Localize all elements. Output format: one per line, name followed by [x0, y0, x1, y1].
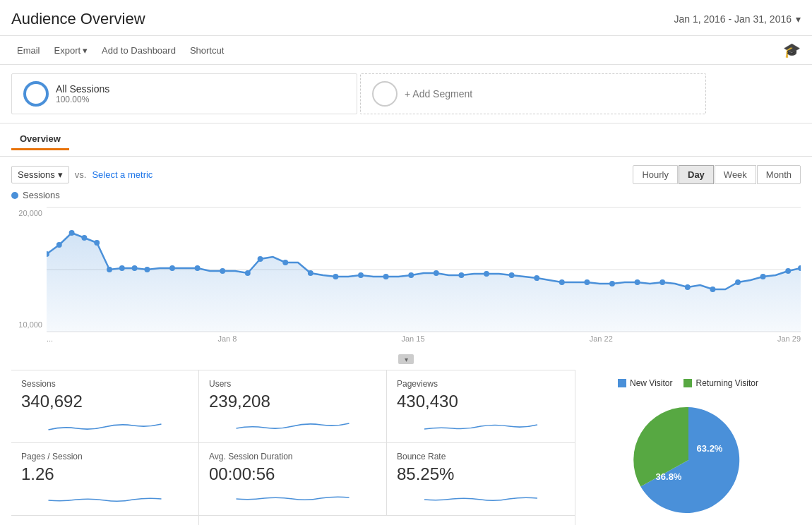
- svg-point-24: [458, 272, 464, 278]
- add-to-dashboard-button[interactable]: Add to Dashboard: [96, 42, 181, 59]
- metric-bounce-rate: Bounce Rate 85.25%: [387, 443, 575, 516]
- add-segment-button[interactable]: + Add Segment: [360, 73, 706, 114]
- metric-new-sessions: % New Sessions 63.17%: [11, 516, 199, 525]
- time-btn-week[interactable]: Week: [715, 165, 756, 184]
- metric-users-sparkline: [209, 416, 376, 437]
- svg-point-31: [635, 279, 640, 285]
- tab-overview[interactable]: Overview: [11, 129, 69, 150]
- segment-percentage: 100.00%: [56, 95, 109, 104]
- active-segment: All Sessions 100.00%: [11, 73, 357, 114]
- pie-chart: 63.2% 36.8%: [618, 397, 759, 524]
- svg-point-32: [659, 279, 665, 285]
- metric-sessions: Sessions 340,692: [11, 370, 199, 443]
- svg-point-5: [69, 230, 75, 236]
- svg-point-10: [132, 265, 138, 271]
- svg-point-35: [735, 279, 741, 285]
- date-range: Jan 1, 2016 - Jan 31, 2016 ▾: [674, 13, 801, 25]
- svg-point-33: [685, 284, 691, 290]
- x-label-jan22: Jan 22: [590, 334, 613, 343]
- segments-bar: All Sessions 100.00% + Add Segment: [0, 65, 812, 123]
- svg-point-28: [559, 279, 565, 285]
- svg-text:63.2%: 63.2%: [696, 443, 722, 454]
- export-caret-icon: ▾: [83, 45, 88, 56]
- overview-tab-bar: Overview: [0, 123, 812, 157]
- add-segment-circle-icon: [372, 81, 398, 107]
- add-segment-label: + Add Segment: [405, 88, 472, 99]
- pie-legend-returning-visitor: Returning Visitor: [683, 378, 758, 388]
- metric-pageviews-label: Pageviews: [397, 379, 565, 389]
- time-btn-hourly[interactable]: Hourly: [633, 165, 678, 184]
- vs-label: vs.: [75, 169, 87, 180]
- metric-users: Users 239,208: [199, 370, 387, 443]
- pie-legend-new-visitor-color: [618, 379, 626, 387]
- x-label-jan15: Jan 15: [402, 334, 425, 343]
- email-button[interactable]: Email: [11, 42, 46, 59]
- chart-legend: Sessions: [11, 190, 801, 200]
- time-period-buttons: Hourly Day Week Month: [633, 165, 801, 184]
- x-label-jan8: Jan 8: [217, 334, 237, 343]
- metric-dropdown[interactable]: Sessions ▾: [11, 166, 69, 183]
- chart-controls: Sessions ▾ vs. Select a metric Hourly Da…: [11, 165, 801, 184]
- metric-sessions-sparkline: [21, 416, 189, 437]
- metric-pageviews-value: 430,430: [397, 392, 565, 411]
- time-btn-month[interactable]: Month: [757, 165, 801, 184]
- segment-name: All Sessions: [56, 83, 109, 95]
- x-label-dots: ...: [47, 334, 53, 343]
- export-button[interactable]: Export ▾: [49, 42, 94, 59]
- metric-bounce-rate-label: Bounce Rate: [397, 452, 565, 461]
- metric-avg-session-sparkline: [209, 488, 376, 509]
- svg-point-16: [258, 256, 263, 262]
- metric-pageviews: Pageviews 430,430: [387, 370, 575, 443]
- svg-point-29: [584, 279, 590, 285]
- svg-point-18: [308, 270, 314, 276]
- page-title: Audience Overview: [11, 10, 145, 28]
- metric-sessions-label: Sessions: [21, 379, 189, 389]
- sessions-legend-dot: [11, 192, 18, 199]
- metrics-grid: Sessions 340,692 Users 239,208 P: [11, 370, 575, 525]
- metric-dropdown-caret: ▾: [58, 169, 63, 180]
- svg-point-4: [56, 242, 62, 248]
- pie-legend-new-visitor-label: New Visitor: [630, 378, 672, 388]
- page-header: Audience Overview Jan 1, 2016 - Jan 31, …: [0, 0, 812, 36]
- svg-point-30: [609, 281, 615, 286]
- sessions-chart: [47, 206, 801, 333]
- svg-point-37: [785, 268, 791, 274]
- svg-text:36.8%: 36.8%: [655, 471, 681, 482]
- metrics-section: Sessions 340,692 Users 239,208 P: [0, 370, 812, 525]
- chart-section: Sessions ▾ vs. Select a metric Hourly Da…: [0, 157, 812, 351]
- select-metric-link[interactable]: Select a metric: [92, 169, 153, 180]
- metric-pages-per-session: Pages / Session 1.26: [11, 443, 199, 516]
- date-caret-icon[interactable]: ▾: [796, 13, 801, 25]
- svg-point-20: [358, 272, 364, 278]
- metric-avg-session-value: 00:00:56: [209, 464, 376, 484]
- help-icon[interactable]: 🎓: [783, 42, 801, 59]
- toolbar: Email Export ▾ Add to Dashboard Shortcut…: [0, 36, 812, 65]
- sessions-legend-label: Sessions: [23, 190, 60, 200]
- metrics-grid-container: Sessions 340,692 Users 239,208 P: [11, 370, 575, 525]
- time-btn-day[interactable]: Day: [679, 165, 714, 184]
- shortcut-button[interactable]: Shortcut: [184, 42, 229, 59]
- svg-point-14: [220, 268, 225, 274]
- segment-circle-icon: [23, 81, 49, 107]
- y-axis-label-low: 10,000: [11, 320, 42, 329]
- svg-point-36: [760, 274, 766, 279]
- pie-legend-new-visitor: New Visitor: [618, 378, 672, 388]
- svg-point-6: [81, 235, 87, 241]
- svg-point-8: [107, 267, 112, 272]
- metric-pages-per-session-label: Pages / Session: [21, 452, 189, 461]
- svg-point-15: [245, 270, 251, 276]
- collapse-chart-button[interactable]: ▾: [398, 354, 414, 364]
- svg-point-25: [484, 271, 489, 277]
- metric-sessions-value: 340,692: [21, 392, 189, 411]
- pie-legend-returning-visitor-label: Returning Visitor: [695, 378, 758, 388]
- metric-pageviews-sparkline: [397, 416, 565, 437]
- svg-point-11: [144, 267, 150, 272]
- metric-bounce-rate-value: 85.25%: [397, 464, 565, 484]
- metric-bounce-rate-sparkline: [397, 488, 565, 509]
- svg-point-27: [534, 275, 539, 281]
- svg-point-19: [333, 274, 338, 279]
- svg-point-9: [119, 265, 125, 271]
- collapse-row: ▾: [0, 351, 812, 370]
- pie-chart-section: New Visitor Returning Visitor: [575, 370, 801, 525]
- svg-point-26: [509, 272, 515, 278]
